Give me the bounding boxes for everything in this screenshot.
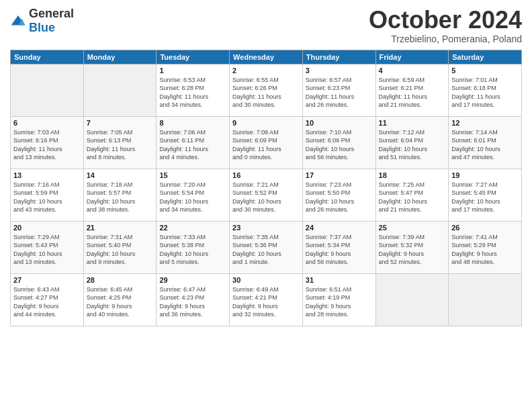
- weekday-header-monday: Monday: [83, 50, 157, 64]
- logo-blue: Blue: [29, 21, 55, 34]
- day-info: Sunrise: 7:18 AM Sunset: 5:57 PM Dayligh…: [87, 181, 154, 214]
- day-cell: 2Sunrise: 6:55 AM Sunset: 6:26 PM Daylig…: [230, 64, 303, 116]
- week-row-1: 1Sunrise: 6:53 AM Sunset: 6:28 PM Daylig…: [11, 64, 522, 116]
- day-info: Sunrise: 7:16 AM Sunset: 5:59 PM Dayligh…: [13, 181, 81, 214]
- day-cell: 27Sunrise: 6:43 AM Sunset: 4:27 PM Dayli…: [11, 273, 84, 326]
- day-info: Sunrise: 7:20 AM Sunset: 5:54 PM Dayligh…: [159, 181, 226, 214]
- day-number: 31: [306, 276, 373, 284]
- day-info: Sunrise: 6:47 AM Sunset: 4:23 PM Dayligh…: [159, 285, 226, 319]
- day-number: 19: [451, 171, 519, 179]
- weekday-header-thursday: Thursday: [302, 50, 375, 64]
- day-number: 21: [87, 224, 154, 232]
- day-number: 7: [87, 119, 154, 127]
- day-info: Sunrise: 7:29 AM Sunset: 5:43 PM Dayligh…: [13, 233, 81, 267]
- weekday-header-tuesday: Tuesday: [157, 50, 230, 64]
- day-number: 13: [13, 171, 81, 179]
- day-cell: 22Sunrise: 7:33 AM Sunset: 5:38 PM Dayli…: [157, 221, 230, 273]
- day-number: 15: [159, 171, 226, 179]
- day-cell: 19Sunrise: 7:27 AM Sunset: 5:45 PM Dayli…: [449, 169, 522, 221]
- page: General Blue October 2024 Trzebielino, P…: [0, 0, 532, 411]
- day-cell: 25Sunrise: 7:39 AM Sunset: 5:32 PM Dayli…: [375, 221, 449, 273]
- day-info: Sunrise: 7:31 AM Sunset: 5:40 PM Dayligh…: [87, 233, 154, 267]
- day-number: 8: [159, 119, 226, 127]
- day-cell: [11, 64, 84, 116]
- day-number: 30: [232, 276, 300, 284]
- day-number: 28: [87, 276, 154, 284]
- weekday-header-row: SundayMondayTuesdayWednesdayThursdayFrid…: [11, 50, 522, 64]
- day-number: 14: [87, 171, 154, 179]
- day-cell: 10Sunrise: 7:10 AM Sunset: 6:06 PM Dayli…: [302, 116, 375, 169]
- day-info: Sunrise: 6:57 AM Sunset: 6:23 PM Dayligh…: [306, 76, 373, 109]
- day-cell: 26Sunrise: 7:41 AM Sunset: 5:29 PM Dayli…: [449, 221, 522, 273]
- day-info: Sunrise: 6:53 AM Sunset: 6:28 PM Dayligh…: [159, 76, 226, 109]
- day-cell: 13Sunrise: 7:16 AM Sunset: 5:59 PM Dayli…: [11, 169, 84, 221]
- weekday-header-saturday: Saturday: [449, 50, 522, 64]
- day-cell: 24Sunrise: 7:37 AM Sunset: 5:34 PM Dayli…: [302, 221, 375, 273]
- day-number: 6: [13, 119, 81, 127]
- day-number: 17: [306, 171, 373, 179]
- day-number: 23: [232, 224, 300, 232]
- day-cell: 6Sunrise: 7:03 AM Sunset: 6:16 PM Daylig…: [11, 116, 84, 169]
- day-cell: [375, 273, 449, 326]
- day-info: Sunrise: 7:10 AM Sunset: 6:06 PM Dayligh…: [306, 128, 373, 162]
- day-cell: 31Sunrise: 6:51 AM Sunset: 4:19 PM Dayli…: [302, 273, 375, 326]
- day-info: Sunrise: 7:25 AM Sunset: 5:47 PM Dayligh…: [379, 181, 446, 214]
- calendar-table: SundayMondayTuesdayWednesdayThursdayFrid…: [10, 50, 522, 326]
- day-cell: 18Sunrise: 7:25 AM Sunset: 5:47 PM Dayli…: [375, 169, 449, 221]
- day-cell: 20Sunrise: 7:29 AM Sunset: 5:43 PM Dayli…: [11, 221, 84, 273]
- weekday-header-wednesday: Wednesday: [230, 50, 303, 64]
- weekday-header-friday: Friday: [375, 50, 449, 64]
- day-cell: 16Sunrise: 7:21 AM Sunset: 5:52 PM Dayli…: [230, 169, 303, 221]
- day-info: Sunrise: 7:01 AM Sunset: 6:18 PM Dayligh…: [451, 76, 519, 109]
- day-number: 25: [379, 224, 446, 232]
- location-title: Trzebielino, Pomerania, Poland: [369, 34, 522, 44]
- day-cell: 28Sunrise: 6:45 AM Sunset: 4:25 PM Dayli…: [83, 273, 157, 326]
- day-cell: 30Sunrise: 6:49 AM Sunset: 4:21 PM Dayli…: [230, 273, 303, 326]
- logo: General Blue: [10, 7, 74, 35]
- day-cell: 5Sunrise: 7:01 AM Sunset: 6:18 PM Daylig…: [449, 64, 522, 116]
- day-cell: 11Sunrise: 7:12 AM Sunset: 6:04 PM Dayli…: [375, 116, 449, 169]
- week-row-2: 6Sunrise: 7:03 AM Sunset: 6:16 PM Daylig…: [11, 116, 522, 169]
- day-number: 4: [379, 66, 446, 75]
- day-info: Sunrise: 7:05 AM Sunset: 6:13 PM Dayligh…: [87, 128, 154, 162]
- title-block: October 2024 Trzebielino, Pomerania, Pol…: [369, 7, 522, 44]
- day-number: 2: [232, 66, 300, 75]
- day-cell: [449, 273, 522, 326]
- day-info: Sunrise: 6:55 AM Sunset: 6:26 PM Dayligh…: [232, 76, 300, 109]
- day-info: Sunrise: 6:45 AM Sunset: 4:25 PM Dayligh…: [87, 285, 154, 319]
- day-cell: 12Sunrise: 7:14 AM Sunset: 6:01 PM Dayli…: [449, 116, 522, 169]
- day-cell: 14Sunrise: 7:18 AM Sunset: 5:57 PM Dayli…: [83, 169, 157, 221]
- logo-text: General Blue: [29, 7, 74, 35]
- day-info: Sunrise: 7:23 AM Sunset: 5:50 PM Dayligh…: [306, 181, 373, 214]
- day-number: 22: [159, 224, 226, 232]
- header: General Blue October 2024 Trzebielino, P…: [10, 7, 522, 44]
- day-cell: 4Sunrise: 6:59 AM Sunset: 6:21 PM Daylig…: [375, 64, 449, 116]
- day-info: Sunrise: 7:08 AM Sunset: 6:09 PM Dayligh…: [232, 128, 300, 162]
- day-info: Sunrise: 7:33 AM Sunset: 5:38 PM Dayligh…: [159, 233, 226, 267]
- weekday-header-sunday: Sunday: [11, 50, 84, 64]
- logo-general: General: [29, 7, 74, 20]
- day-cell: 9Sunrise: 7:08 AM Sunset: 6:09 PM Daylig…: [230, 116, 303, 169]
- day-number: 5: [451, 66, 519, 75]
- day-cell: 8Sunrise: 7:06 AM Sunset: 6:11 PM Daylig…: [157, 116, 230, 169]
- week-row-4: 20Sunrise: 7:29 AM Sunset: 5:43 PM Dayli…: [11, 221, 522, 273]
- day-info: Sunrise: 6:59 AM Sunset: 6:21 PM Dayligh…: [379, 76, 446, 109]
- day-info: Sunrise: 7:06 AM Sunset: 6:11 PM Dayligh…: [159, 128, 226, 162]
- day-info: Sunrise: 7:12 AM Sunset: 6:04 PM Dayligh…: [379, 128, 446, 162]
- month-title: October 2024: [369, 7, 522, 34]
- day-info: Sunrise: 7:14 AM Sunset: 6:01 PM Dayligh…: [451, 128, 519, 162]
- day-info: Sunrise: 6:49 AM Sunset: 4:21 PM Dayligh…: [232, 285, 300, 319]
- day-number: 11: [379, 119, 446, 127]
- day-cell: 29Sunrise: 6:47 AM Sunset: 4:23 PM Dayli…: [157, 273, 230, 326]
- logo-icon: [10, 14, 26, 28]
- day-info: Sunrise: 7:21 AM Sunset: 5:52 PM Dayligh…: [232, 181, 300, 214]
- day-info: Sunrise: 6:51 AM Sunset: 4:19 PM Dayligh…: [306, 285, 373, 319]
- day-info: Sunrise: 7:37 AM Sunset: 5:34 PM Dayligh…: [306, 233, 373, 267]
- day-cell: 15Sunrise: 7:20 AM Sunset: 5:54 PM Dayli…: [157, 169, 230, 221]
- day-cell: 17Sunrise: 7:23 AM Sunset: 5:50 PM Dayli…: [302, 169, 375, 221]
- day-cell: 1Sunrise: 6:53 AM Sunset: 6:28 PM Daylig…: [157, 64, 230, 116]
- day-number: 10: [306, 119, 373, 127]
- day-cell: [83, 64, 157, 116]
- week-row-3: 13Sunrise: 7:16 AM Sunset: 5:59 PM Dayli…: [11, 169, 522, 221]
- day-number: 16: [232, 171, 300, 179]
